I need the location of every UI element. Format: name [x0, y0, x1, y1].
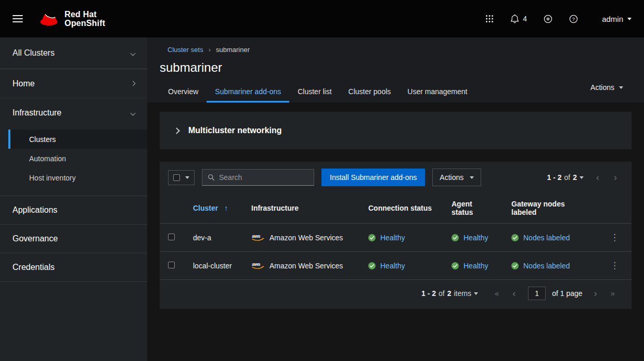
connection-status-link[interactable]: Healthy: [380, 234, 405, 242]
current-page-input[interactable]: [528, 287, 546, 300]
cluster-name: dev-a: [193, 234, 211, 242]
tab-cluster-pools[interactable]: Cluster pools: [340, 81, 400, 102]
page-title: submariner: [160, 60, 632, 75]
sidebar-item-automation[interactable]: Automation: [8, 149, 147, 168]
column-header-gateway-nodes[interactable]: Gateway nodes labeled: [503, 193, 598, 224]
column-header-cluster[interactable]: Cluster↑: [185, 193, 243, 224]
sidebar-item-applications[interactable]: Applications: [0, 196, 147, 225]
tab-user-management[interactable]: User management: [399, 81, 475, 102]
sidebar-item-credentials[interactable]: Credentials: [0, 253, 147, 282]
multicluster-networking-panel[interactable]: Multicluster networking: [160, 112, 632, 149]
kebab-icon: ⋮: [610, 233, 619, 242]
sidebar-item-clusters[interactable]: Clusters: [8, 130, 147, 149]
submariner-table-card: Install Submariner add-ons Actions 1 - 2…: [160, 162, 632, 309]
clusters-table: Cluster↑ Infrastructure Connection statu…: [160, 193, 632, 280]
caret-down-icon: [470, 176, 474, 179]
angle-right-icon: ›: [594, 288, 597, 299]
select-all-checkbox[interactable]: [173, 174, 180, 181]
connection-status-link[interactable]: Healthy: [380, 262, 405, 270]
sidebar-item-label: Credentials: [12, 263, 55, 272]
pagination-of-label: of: [564, 173, 571, 182]
next-page-button[interactable]: ›: [588, 288, 603, 299]
table-row: local-cluster Amazon Web Services: [160, 252, 632, 280]
check-circle-icon: [511, 262, 519, 269]
next-page-button[interactable]: ›: [608, 172, 623, 183]
row-kebab-menu[interactable]: ⋮: [606, 231, 623, 244]
column-label: Connection status: [368, 204, 432, 212]
chevron-down-icon: [131, 50, 136, 56]
last-page-button[interactable]: »: [607, 288, 619, 299]
bottom-pagination: 1 - 2 of 2 items « ‹ of: [160, 280, 632, 309]
add-button[interactable]: [544, 15, 552, 23]
sidebar-item-label: Home: [12, 79, 35, 88]
angle-right-icon: ›: [614, 172, 617, 183]
sidebar-item-host-inventory[interactable]: Host inventory: [8, 168, 147, 187]
row-checkbox[interactable]: [168, 262, 175, 268]
table-header-row: Cluster↑ Infrastructure Connection statu…: [160, 193, 632, 224]
sidebar-item-infrastructure[interactable]: Infrastructure: [0, 98, 147, 127]
caret-down-icon: [579, 176, 584, 179]
pagination-items-label: items: [454, 289, 471, 298]
sidebar-item-home[interactable]: Home: [0, 69, 147, 98]
kebab-icon: ⋮: [610, 261, 619, 270]
app-launcher-button[interactable]: [485, 15, 494, 23]
column-header-agent-status[interactable]: Agent status: [443, 193, 503, 224]
check-circle-icon: [452, 262, 459, 269]
breadcrumb-separator-icon: ›: [209, 46, 211, 54]
question-circle-icon: [569, 15, 578, 23]
bell-icon: [510, 14, 519, 23]
top-pagination: 1 - 2 of 2 ‹ ›: [547, 172, 624, 183]
notifications-button[interactable]: 4: [510, 14, 527, 23]
brand-line2: OpenShift: [65, 19, 105, 28]
table-actions-label: Actions: [440, 173, 463, 182]
sidebar-item-label: Automation: [29, 154, 66, 163]
sidebar-item-label: Governance: [12, 234, 58, 243]
row-checkbox[interactable]: [168, 234, 175, 240]
perspective-label: All Clusters: [12, 48, 55, 58]
angle-left-icon: ‹: [596, 172, 599, 183]
column-label: Agent status: [452, 200, 473, 216]
prev-page-button[interactable]: ‹: [506, 288, 522, 299]
column-header-connection-status[interactable]: Connection status: [360, 193, 443, 224]
sidebar-item-label: Infrastructure: [12, 108, 61, 118]
angle-double-right-icon: »: [611, 289, 615, 298]
brand-line1: Red Hat: [65, 10, 105, 19]
prev-page-button[interactable]: ‹: [590, 172, 606, 183]
nav-toggle-button[interactable]: [12, 15, 23, 22]
gateway-nodes-link[interactable]: Nodes labeled: [523, 234, 570, 242]
chevron-right-icon: [173, 127, 180, 134]
page-actions-dropdown[interactable]: Actions: [590, 83, 623, 92]
first-page-button[interactable]: «: [491, 288, 503, 299]
check-circle-icon: [452, 234, 459, 241]
tab-overview[interactable]: Overview: [160, 81, 207, 102]
notification-count: 4: [523, 15, 527, 23]
user-menu[interactable]: admin: [602, 15, 632, 23]
masthead: Red Hat OpenShift 4 admin: [0, 0, 644, 37]
perspective-switcher[interactable]: All Clusters: [0, 37, 147, 69]
pagination-range: 1 - 2: [547, 173, 562, 182]
install-submariner-button[interactable]: Install Submariner add-ons: [321, 169, 425, 186]
agent-status-link[interactable]: Healthy: [463, 262, 488, 270]
pagination-total: 2: [447, 289, 452, 298]
tab-cluster-list[interactable]: Cluster list: [289, 81, 340, 102]
angle-double-left-icon: «: [495, 289, 499, 298]
search-input[interactable]: [219, 173, 308, 182]
column-header-infrastructure[interactable]: Infrastructure: [243, 193, 360, 224]
pagination-total: 2: [573, 173, 577, 182]
bulk-select-dropdown[interactable]: [168, 170, 195, 185]
chevron-right-icon: [131, 81, 136, 86]
breadcrumb-cluster-sets-link[interactable]: Cluster sets: [168, 46, 203, 54]
agent-status-link[interactable]: Healthy: [463, 234, 488, 242]
tab-submariner-add-ons[interactable]: Submariner add-ons: [207, 81, 289, 102]
gateway-nodes-link[interactable]: Nodes labeled: [523, 262, 570, 270]
pagination-menu-toggle[interactable]: 1 - 2 of 2 items: [421, 289, 482, 298]
column-label: Gateway nodes labeled: [511, 200, 565, 216]
brand-logo[interactable]: Red Hat OpenShift: [38, 10, 105, 28]
caret-down-icon: [185, 176, 189, 179]
infrastructure-subnav: Clusters Automation Host inventory: [0, 127, 147, 196]
table-actions-dropdown[interactable]: Actions: [432, 169, 481, 186]
row-kebab-menu[interactable]: ⋮: [606, 259, 623, 272]
help-button[interactable]: [569, 15, 578, 23]
sidebar-item-governance[interactable]: Governance: [0, 225, 147, 253]
pagination-menu-toggle[interactable]: 1 - 2 of 2: [547, 173, 588, 182]
